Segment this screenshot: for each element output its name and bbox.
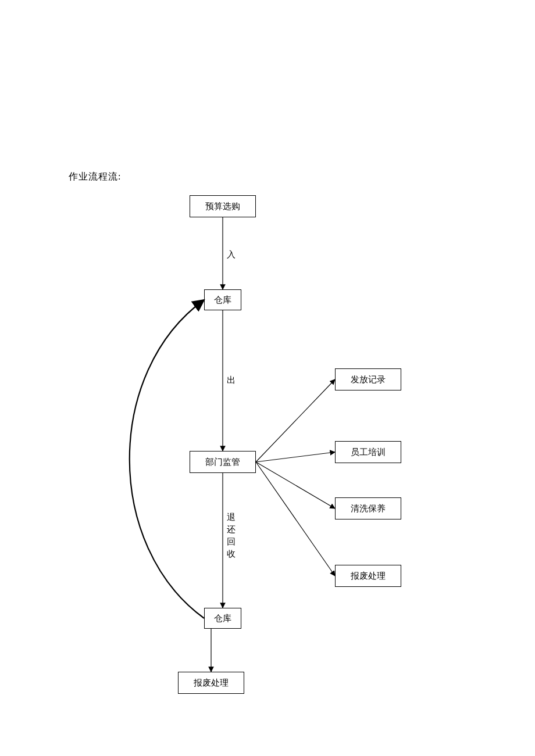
edge-label-in: 入 bbox=[227, 249, 236, 261]
diagram-title: 作业流程流: bbox=[69, 171, 121, 183]
arrow-dept-to-clean bbox=[256, 462, 335, 508]
flow-diagram: 作业流程流: 预算选购 仓库 部门监管 仓库 报废处理 发放记录 员工培训 清洗… bbox=[0, 0, 535, 756]
node-scrap-right: 报废处理 bbox=[335, 565, 401, 587]
arrow-dept-to-scrapR bbox=[256, 462, 335, 576]
arrow-dept-to-training bbox=[256, 452, 335, 462]
node-warehouse-1: 仓库 bbox=[204, 289, 241, 310]
node-budget: 预算选购 bbox=[190, 195, 256, 217]
edge-label-out: 出 bbox=[227, 374, 236, 386]
node-clean-maint: 清洗保养 bbox=[335, 497, 401, 519]
node-dept-supervision: 部门监管 bbox=[190, 451, 256, 473]
node-scrap-bottom: 报废处理 bbox=[178, 672, 244, 694]
node-staff-training: 员工培训 bbox=[335, 441, 401, 463]
edge-label-return: 退 还 回 收 bbox=[227, 511, 236, 560]
arrow-dept-to-issue bbox=[256, 379, 335, 462]
node-warehouse-2: 仓库 bbox=[204, 608, 241, 629]
flow-arrows bbox=[0, 0, 535, 756]
node-issue-record: 发放记录 bbox=[335, 368, 401, 390]
